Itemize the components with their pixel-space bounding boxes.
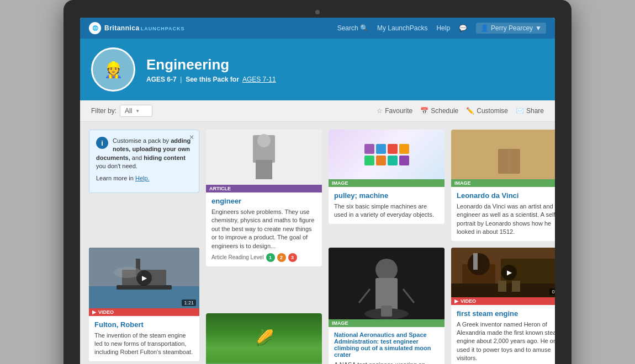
article-thumb-engineer	[206, 130, 322, 185]
svg-rect-25	[498, 281, 506, 292]
customise-icon: ✏️	[466, 107, 474, 115]
video-thumb-fulton: ▶ 1:21	[89, 248, 199, 308]
article-label: ARTICLE	[206, 185, 322, 192]
logo-launchpacks: LaunchPacks	[141, 26, 185, 31]
video-card-steam[interactable]: ▶ 0:05 ▶ VIDEO first steam engine A Gree…	[451, 248, 555, 364]
image-thumb-apollo	[329, 248, 444, 319]
logo-britannica: Britannica	[104, 24, 140, 32]
image-davinci-text: Leonardo da Vinci was an artist and an e…	[457, 202, 555, 237]
content-toolbar: Filter by: All ☆ Favourite 📅 Schedule ✏️…	[80, 100, 555, 122]
article-card-engineer[interactable]: ARTICLE engineer Engineers solve problem…	[206, 130, 322, 266]
video-fulton-title: Fulton, Robert	[94, 320, 194, 329]
info-card: ✕ i Customise a pack by adding notes, up…	[89, 130, 199, 193]
reading-level-label: Article Reading Level	[211, 254, 264, 260]
favourite-action[interactable]: ☆ Favourite	[377, 107, 412, 115]
level-2-badge[interactable]: 2	[277, 253, 286, 262]
schedule-label: Schedule	[431, 107, 458, 115]
steam-video-icon: ▶	[454, 298, 458, 304]
help-nav-item[interactable]: Help	[436, 24, 450, 32]
image-card-corn[interactable]: 🌽 IMAGE genetically modified corn Many o…	[206, 313, 322, 364]
video-play-button[interactable]: ▶	[136, 270, 152, 286]
image-card-pulley[interactable]: IMAGE pulley; machine The six basic simp…	[329, 130, 444, 224]
user-chevron-icon: ▼	[535, 24, 542, 32]
hero-avatar: 👷	[91, 47, 135, 92]
video-type-icon: ▶	[92, 309, 96, 315]
svg-point-13	[375, 259, 398, 281]
reading-level: Article Reading Level 1 2 3	[211, 253, 316, 262]
svg-rect-23	[473, 253, 478, 270]
share-label: Share	[526, 107, 544, 115]
favourite-label: Favourite	[385, 107, 412, 115]
video-steam-title: first steam engine	[457, 309, 555, 318]
level-3-badge[interactable]: 3	[288, 253, 297, 262]
nav-actions: Search 🔍 My LaunchPacks Help 💬 👤 Perry P…	[337, 23, 546, 34]
image-thumb-davinci	[451, 130, 555, 179]
video-fulton-text: The invention of the steam engine led to…	[94, 331, 194, 357]
svg-rect-16	[381, 306, 392, 317]
filter-dropdown[interactable]: All	[120, 105, 152, 117]
pack-title: Engineering	[146, 56, 276, 73]
image-card-apollo[interactable]: IMAGE National Aeronautics and Space Adm…	[329, 248, 444, 364]
video-label-steam: ▶ VIDEO	[451, 297, 555, 305]
hero-subtitle: AGES 6-7 | See this Pack for AGES 7-11	[146, 76, 276, 83]
filter-value: All	[125, 107, 132, 115]
svg-point-22	[468, 253, 490, 275]
chat-icon[interactable]: 💬	[459, 24, 467, 32]
video-fulton-body: Fulton, Robert The invention of the stea…	[89, 316, 199, 361]
svg-point-3	[501, 133, 517, 149]
image-pulley-title: pulley; machine	[334, 191, 439, 200]
svg-rect-2	[256, 160, 272, 179]
user-icon: 👤	[480, 24, 489, 32]
customise-action[interactable]: ✏️ Customise	[466, 107, 508, 115]
info-card-close-button[interactable]: ✕	[189, 133, 194, 141]
hero-header: 👷 Engineering AGES 6-7 | See this Pack f…	[80, 39, 555, 100]
age-link[interactable]: AGES 7-11	[242, 76, 276, 83]
schedule-action[interactable]: 📅 Schedule	[420, 107, 458, 115]
svg-rect-26	[512, 281, 520, 292]
brand-logo: 🌐 Britannica LaunchPacks	[89, 22, 185, 34]
image-thumb-pulley	[329, 130, 444, 179]
video-label-fulton: ▶ VIDEO	[89, 308, 199, 316]
image-card-davinci[interactable]: IMAGE Leonardo da Vinci Leonardo da Vinc…	[451, 130, 555, 241]
image-label-davinci: IMAGE	[451, 179, 555, 187]
star-icon: ☆	[377, 107, 383, 115]
logo-icon: 🌐	[89, 22, 101, 34]
age-current: AGES 6-7	[146, 76, 177, 83]
video-card-fulton[interactable]: ▶ 1:21 ▶ VIDEO Fulton, Robert The invent…	[89, 248, 199, 361]
image-apollo-text: A NASA test engineer, wearing an Apollo …	[334, 361, 439, 364]
toolbar-actions: ☆ Favourite 📅 Schedule ✏️ Customise ✉️ S…	[377, 107, 544, 115]
content-grid: ✕ i Customise a pack by adding notes, up…	[89, 130, 546, 364]
steam-play-button[interactable]: ▶	[501, 265, 517, 280]
customise-label: Customise	[477, 107, 508, 115]
image-label-apollo: IMAGE	[329, 319, 444, 327]
hero-info: Engineering AGES 6-7 | See this Pack for…	[146, 56, 276, 83]
video-thumb-steam: ▶ 0:05	[451, 248, 555, 297]
article-card-body: engineer Engineers solve problems. They …	[206, 192, 322, 266]
info-card-body: Customise a pack by adding notes, upload…	[96, 137, 192, 171]
info-card-learn-more: Learn more in Help.	[96, 174, 192, 183]
user-menu[interactable]: 👤 Perry Pearcey ▼	[476, 23, 546, 34]
image-thumb-corn: 🌽	[206, 313, 322, 363]
my-launchpacks-nav-item[interactable]: My LaunchPacks	[377, 24, 427, 32]
schedule-icon: 📅	[420, 107, 428, 115]
video-steam-text: A Greek inventor named Heron of Alexandr…	[457, 320, 555, 363]
image-pulley-body: pulley; machine The six basic simple mac…	[329, 187, 444, 224]
share-action[interactable]: ✉️ Share	[516, 107, 544, 115]
filter-section: Filter by: All	[91, 105, 152, 117]
article-text: Engineers solve problems. They use chemi…	[211, 208, 316, 250]
image-pulley-text: The six basic simple machines are used i…	[334, 202, 439, 220]
filter-label: Filter by:	[91, 107, 117, 115]
image-davinci-title: Leonardo da Vinci	[457, 191, 555, 200]
main-content: ✕ i Customise a pack by adding notes, up…	[80, 122, 555, 364]
image-apollo-body: National Aeronautics and Space Administr…	[329, 327, 444, 364]
image-davinci-body: Leonardo da Vinci Leonardo da Vinci was …	[451, 187, 555, 241]
level-1-badge[interactable]: 1	[266, 253, 275, 262]
image-apollo-title: National Aeronautics and Space Administr…	[334, 331, 439, 358]
info-card-help-link[interactable]: Help.	[135, 175, 150, 181]
age-link-prefix: See this Pack for	[186, 76, 239, 83]
article-title: engineer	[211, 197, 316, 205]
share-icon: ✉️	[516, 107, 524, 115]
search-nav-item[interactable]: Search 🔍	[337, 24, 368, 32]
info-icon: i	[96, 137, 108, 149]
video-duration-fulton: 1:21	[182, 299, 196, 306]
